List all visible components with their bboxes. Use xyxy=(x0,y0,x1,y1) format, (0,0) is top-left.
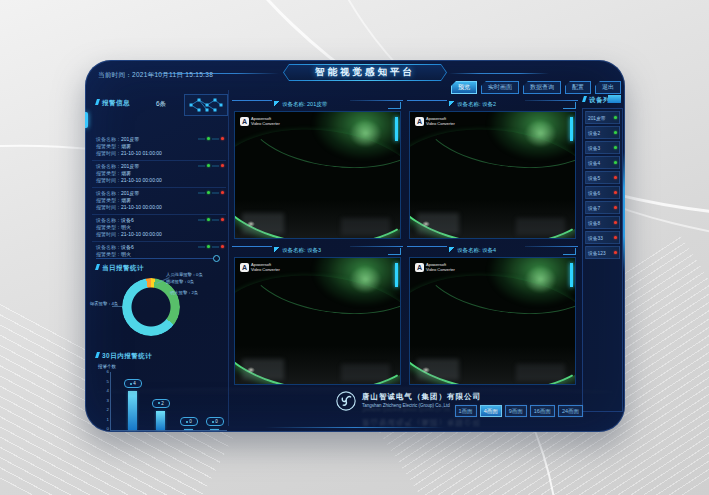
status-dot xyxy=(614,116,617,119)
alarm-entry[interactable]: 设备名称：设备6 报警类型：明火 报警时间：21-10-10 00:00:00 xyxy=(92,215,226,242)
video-header: 设备名称: 201皮带 xyxy=(232,98,403,111)
alarm-indicator xyxy=(198,164,224,167)
donut-label: 烟雾报警：4条 xyxy=(90,301,118,306)
slash-icon xyxy=(449,247,454,255)
video-feed[interactable]: A ApowersoftVideo Converter xyxy=(234,111,401,239)
status-dot xyxy=(614,131,617,134)
video-feed[interactable]: A ApowersoftVideo Converter xyxy=(409,111,576,239)
nav-button-query[interactable]: 数据查询 xyxy=(523,81,561,94)
status-dot xyxy=(614,206,617,209)
device-item[interactable]: 设备3 xyxy=(585,141,620,154)
alarm-entry[interactable]: 设备名称：201皮带 报警类型：烟雾 报警时间：21-10-10 00:00:0… xyxy=(92,188,226,215)
today-stats-title: 当日报警统计 xyxy=(96,264,144,273)
status-dot xyxy=(614,146,617,149)
view-button-16[interactable]: 16画面 xyxy=(530,405,555,417)
watermark-icon: A xyxy=(240,263,249,272)
video-header: 设备名称: 设备3 xyxy=(232,244,403,257)
watermark-icon: A xyxy=(240,117,249,126)
device-item[interactable]: 设备2 xyxy=(585,126,620,139)
today-alarm-donut-chart xyxy=(122,278,180,336)
alarm-entry[interactable]: 设备名称：201皮带 报警类型：烟雾 报警时间：21-10-10 00:00:0… xyxy=(92,161,226,188)
view-button-9[interactable]: 9画面 xyxy=(505,405,527,417)
alarm-entry[interactable]: 设备名称：201皮带 报警类型：烟雾 报警时间：21-10-10 01:00:0… xyxy=(92,134,226,161)
alarm-indicator xyxy=(198,191,224,194)
video-panel-1[interactable]: 设备名称: 201皮带 A ApowersoftVideo Converter xyxy=(232,98,403,240)
status-dot xyxy=(614,176,617,179)
donut-leader-line xyxy=(112,306,122,307)
alarm-indicator xyxy=(198,218,224,221)
y-tick: 4 xyxy=(102,388,109,393)
company-name-en: Tangshan Zhicheng Electric (Group) Co.,L… xyxy=(362,403,450,408)
company-name-cn: 唐山智诚电气（集团）有限公司 xyxy=(362,392,481,402)
slash-icon xyxy=(274,247,279,255)
current-time: 当前时间：2021年10月11日 15:15:38 xyxy=(98,71,213,80)
device-item[interactable]: 设备4 xyxy=(585,156,620,169)
alarm-count: 6条 xyxy=(156,100,166,109)
video-header: 设备名称: 设备4 xyxy=(407,244,578,257)
device-item[interactable]: 201皮带 xyxy=(585,111,620,124)
device-list-tab[interactable] xyxy=(608,95,621,103)
edge-notch xyxy=(623,152,625,272)
view-button-1[interactable]: 1画面 xyxy=(455,405,477,417)
decor-line xyxy=(449,73,549,74)
watermark: A ApowersoftVideo Converter xyxy=(415,263,455,272)
decor-line xyxy=(265,427,445,428)
video-progress-bar xyxy=(570,117,573,141)
status-dot xyxy=(614,191,617,194)
watermark: A ApowersoftVideo Converter xyxy=(415,117,455,126)
device-item[interactable]: 设备33 xyxy=(585,231,620,244)
network-icon xyxy=(184,94,228,116)
watermark: A ApowersoftVideo Converter xyxy=(240,263,280,272)
title-plate: 智能视觉感知平台 xyxy=(283,64,447,81)
y-tick: 6 xyxy=(102,369,109,374)
y-tick: 3 xyxy=(102,398,109,403)
video-progress-bar xyxy=(395,117,398,141)
status-dot xyxy=(614,236,617,239)
nav-button-preview[interactable]: 预览 xyxy=(451,81,477,94)
nav-button-live[interactable]: 实时画面 xyxy=(481,81,519,94)
dashboard-panel: 当前时间：2021年10月11日 15:15:38 智能视觉感知平台 预览 实时… xyxy=(85,60,625,432)
video-panel-2[interactable]: 设备名称: 设备2 A ApowersoftVideo Converter xyxy=(407,98,578,240)
video-progress-bar xyxy=(395,263,398,287)
screen: 当前时间：2021年10月11日 15:15:38 智能视觉感知平台 预览 实时… xyxy=(0,0,709,495)
slash-icon xyxy=(449,101,454,109)
y-tick: 2 xyxy=(102,407,109,412)
status-dot xyxy=(614,221,617,224)
alarm-panel-title: 报警信息 xyxy=(96,99,130,108)
view-button-4[interactable]: 4画面 xyxy=(480,405,502,417)
status-dot xyxy=(614,161,617,164)
alarm-indicator xyxy=(198,137,224,140)
video-feed[interactable]: A ApowersoftVideo Converter xyxy=(409,257,576,385)
view-button-24[interactable]: 24画面 xyxy=(558,405,583,417)
device-item[interactable]: 设备7 xyxy=(585,201,620,214)
monthly-alarm-bar-chart: 6 5 4 3 2 1 0 4 2 0 0 烟雾 xyxy=(110,372,227,431)
donut-label: 明火报警：2条 xyxy=(170,290,198,295)
device-item[interactable]: 设备123 xyxy=(585,246,620,259)
monthly-stats-title: 30日内报警统计 xyxy=(96,352,152,361)
video-title: 设备名称: 设备2 xyxy=(457,101,496,108)
device-item[interactable]: 设备6 xyxy=(585,186,620,199)
alarm-panel: 报警信息 6条 设备名称：20 xyxy=(90,90,229,426)
video-panel-4[interactable]: 设备名称: 设备4 A ApowersoftVideo Converter xyxy=(407,244,578,386)
video-header: 设备名称: 设备2 xyxy=(407,98,578,111)
device-list-box: 201皮带 设备2 设备3 设备4 设备5 设备6 设备7 设备8 设备33 设… xyxy=(582,108,623,412)
device-list-panel: 设备列表 201皮带 设备2 设备3 设备4 设备5 设备6 设备7 设备8 设… xyxy=(582,90,622,430)
section-divider xyxy=(96,258,214,259)
video-panel-3[interactable]: 设备名称: 设备3 A ApowersoftVideo Converter xyxy=(232,244,403,386)
screen-layout-buttons: 1画面 4画面 9画面 16画面 24画面 xyxy=(455,405,583,417)
watermark-icon: A xyxy=(415,117,424,126)
video-title: 设备名称: 设备3 xyxy=(282,247,321,254)
status-dot xyxy=(614,251,617,254)
device-item[interactable]: 设备5 xyxy=(585,171,620,184)
video-feed[interactable]: A ApowersoftVideo Converter xyxy=(234,257,401,385)
alarm-entry[interactable]: 设备名称：设备6 报警类型：明火 报警时间：21-10-10 00:00:00 xyxy=(92,242,226,258)
video-title: 设备名称: 设备4 xyxy=(457,247,496,254)
alarm-list: 设备名称：201皮带 报警类型：烟雾 报警时间：21-10-10 01:00:0… xyxy=(92,134,226,258)
y-tick: 5 xyxy=(102,379,109,384)
donut-label: 人员违章报警：0条 xyxy=(166,272,203,277)
video-title: 设备名称: 201皮带 xyxy=(282,101,327,108)
video-progress-bar xyxy=(570,263,573,287)
device-item[interactable]: 设备8 xyxy=(585,216,620,229)
company-logo xyxy=(335,390,357,412)
slash-icon xyxy=(274,101,279,109)
